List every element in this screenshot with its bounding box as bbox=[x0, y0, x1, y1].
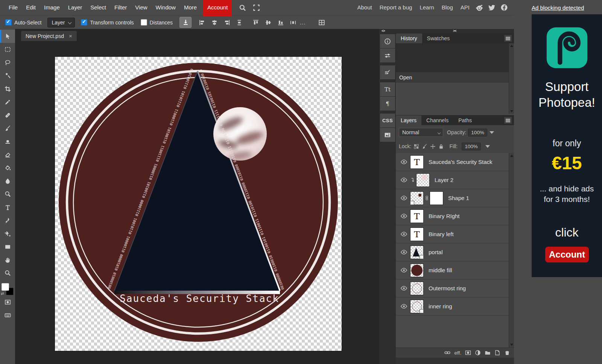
link-blog[interactable]: Blog bbox=[438, 0, 457, 15]
layer-name[interactable]: Layer 2 bbox=[435, 177, 453, 183]
layers-menu-icon[interactable] bbox=[504, 117, 512, 124]
align-bottom-button[interactable] bbox=[275, 18, 286, 27]
close-tab-icon[interactable]: × bbox=[69, 33, 72, 39]
visibility-toggle[interactable] bbox=[397, 249, 410, 256]
move-lock-button[interactable] bbox=[430, 144, 436, 149]
history-scrollbar[interactable] bbox=[509, 43, 514, 114]
menu-view[interactable]: View bbox=[131, 0, 151, 15]
layer-name[interactable]: Outermost ring bbox=[429, 285, 466, 291]
layer-thumbnail[interactable] bbox=[410, 264, 424, 277]
foreground-color-swatch[interactable] bbox=[2, 283, 9, 291]
distances-checkbox[interactable] bbox=[141, 19, 147, 26]
eyedropper-tool[interactable] bbox=[0, 96, 15, 109]
more-align-options[interactable]: ... bbox=[298, 19, 307, 26]
facebook-link[interactable] bbox=[500, 4, 508, 11]
align-top-button[interactable] bbox=[251, 18, 261, 27]
character-panel-button[interactable]: Tt bbox=[380, 82, 395, 96]
fullscreen-button[interactable] bbox=[253, 4, 260, 11]
visibility-toggle[interactable] bbox=[397, 303, 410, 310]
layer-name[interactable]: inner ring bbox=[429, 303, 452, 309]
layer-row-shape-1[interactable]: Shape 1 bbox=[396, 189, 509, 207]
paint-bucket-tool[interactable] bbox=[0, 161, 15, 174]
collapse-right-handle[interactable]: >< bbox=[453, 29, 456, 33]
layer-row-layer-2[interactable]: Layer 2 bbox=[396, 171, 509, 189]
tab-history[interactable]: History bbox=[396, 33, 422, 43]
info-button[interactable] bbox=[380, 34, 395, 48]
layer-name[interactable]: portal bbox=[429, 249, 443, 255]
ad-account-button[interactable]: Account bbox=[545, 247, 589, 262]
fill-value[interactable]: 100% bbox=[462, 143, 481, 150]
history-menu-icon[interactable] bbox=[504, 35, 512, 42]
layer-thumbnail[interactable] bbox=[410, 191, 424, 205]
transform-controls-checkbox[interactable] bbox=[81, 19, 87, 26]
layer-thumbnail[interactable] bbox=[410, 246, 424, 259]
layer-name[interactable]: Binary left bbox=[429, 231, 454, 237]
new-layer-button[interactable] bbox=[494, 350, 500, 356]
document[interactable]: 00100010 01010000 01100001 01101001 0111… bbox=[55, 56, 342, 351]
align-right-button[interactable] bbox=[222, 18, 232, 27]
adjust-button[interactable] bbox=[475, 350, 481, 356]
window-grid-button[interactable] bbox=[316, 18, 327, 27]
menu-more[interactable]: More bbox=[180, 0, 201, 15]
css-panel-button[interactable]: CSS bbox=[380, 114, 395, 127]
type-tool[interactable] bbox=[0, 201, 15, 214]
visibility-toggle[interactable] bbox=[397, 212, 410, 220]
menu-layer[interactable]: Layer bbox=[64, 0, 87, 15]
brush-tool[interactable] bbox=[0, 122, 15, 135]
layer-thumbnail[interactable]: T bbox=[410, 209, 424, 223]
adjustments-button[interactable] bbox=[380, 49, 395, 62]
rectangle-select-tool[interactable] bbox=[0, 43, 15, 56]
path-select-tool[interactable] bbox=[0, 227, 15, 240]
scroll-down-icon[interactable] bbox=[510, 110, 513, 112]
fill-dropdown-icon[interactable] bbox=[485, 145, 490, 148]
layer-thumbnail[interactable] bbox=[410, 282, 424, 295]
layers-scrollbar[interactable] bbox=[509, 153, 514, 347]
layer-mask-thumbnail[interactable] bbox=[430, 191, 443, 205]
visibility-toggle[interactable] bbox=[397, 267, 410, 274]
link-button[interactable] bbox=[444, 350, 450, 356]
magic-wand-tool[interactable] bbox=[0, 69, 15, 82]
scroll-down-icon[interactable] bbox=[510, 344, 513, 346]
checker-lock-button[interactable] bbox=[413, 144, 419, 149]
layer-row-binary-left[interactable]: TBinary left bbox=[396, 225, 509, 243]
rectangle-tool[interactable] bbox=[0, 240, 15, 253]
blur-tool[interactable] bbox=[0, 174, 15, 188]
layer-thumbnail[interactable] bbox=[410, 300, 424, 313]
mask-link-icon[interactable] bbox=[424, 195, 430, 201]
folder-button[interactable] bbox=[485, 350, 491, 356]
opacity-value[interactable]: 100% bbox=[468, 129, 487, 136]
trash-button[interactable] bbox=[504, 350, 510, 356]
lasso-tool[interactable] bbox=[0, 56, 15, 69]
quick-mask[interactable] bbox=[0, 296, 15, 309]
twitter-link[interactable] bbox=[488, 4, 496, 11]
move-tool[interactable] bbox=[0, 30, 15, 43]
document-tab[interactable]: New Project.psd × bbox=[21, 31, 77, 41]
layer-row-inner-ring[interactable]: inner ring bbox=[396, 297, 509, 315]
target-select[interactable]: Layer bbox=[47, 18, 75, 27]
collapse-left-handle[interactable]: <> bbox=[382, 29, 385, 33]
link-learn[interactable]: Learn bbox=[416, 0, 438, 15]
menu-edit[interactable]: Edit bbox=[22, 0, 40, 15]
history-entry[interactable]: Open bbox=[396, 72, 514, 83]
auto-select-checkbox[interactable] bbox=[5, 19, 12, 26]
layer-row-binary-right[interactable]: TBinary RIght bbox=[396, 207, 509, 225]
visibility-toggle[interactable] bbox=[397, 176, 410, 184]
download-button[interactable] bbox=[179, 17, 192, 28]
visibility-toggle[interactable] bbox=[397, 158, 410, 165]
brush-settings-button[interactable] bbox=[380, 65, 395, 79]
image-panel-button[interactable] bbox=[380, 128, 395, 142]
menu-image[interactable]: Image bbox=[40, 0, 64, 15]
scroll-up-icon[interactable] bbox=[510, 155, 513, 157]
distribute-v-button[interactable] bbox=[234, 18, 245, 27]
visibility-toggle[interactable] bbox=[397, 231, 410, 238]
visibility-toggle[interactable] bbox=[397, 285, 410, 292]
crop-tool[interactable] bbox=[0, 82, 15, 96]
align-left-button[interactable] bbox=[197, 18, 207, 27]
account-button[interactable]: Account bbox=[203, 0, 232, 17]
lock-button[interactable] bbox=[438, 144, 444, 149]
menu-filter[interactable]: Filter bbox=[110, 0, 131, 15]
paragraph-panel-button[interactable]: ¶ bbox=[380, 97, 395, 111]
visibility-toggle[interactable] bbox=[397, 194, 410, 202]
menu-file[interactable]: File bbox=[5, 0, 22, 15]
layer-row-middle-fill[interactable]: middle fill bbox=[396, 261, 509, 279]
